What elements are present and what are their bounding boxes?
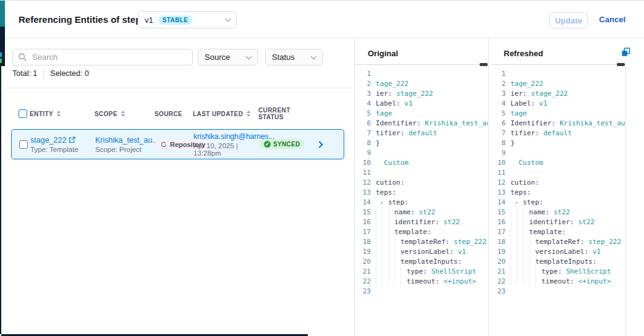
code-line: 11 bbox=[489, 167, 625, 177]
line-number: 10 bbox=[354, 159, 371, 167]
column-header-current-status: CURRENT STATUS bbox=[258, 107, 313, 120]
line-number: 4 bbox=[354, 99, 371, 107]
line-number: 10 bbox=[489, 159, 506, 167]
code-line: 1 bbox=[489, 69, 625, 78]
code-line: 7tifier: default bbox=[354, 128, 488, 138]
selected-count: Selected: 0 bbox=[50, 69, 89, 78]
updated-at: Apr 10, 2025 | 13:28pm bbox=[193, 142, 259, 157]
code-line: 9 bbox=[354, 148, 488, 158]
synced-check-icon: ✓ bbox=[264, 141, 271, 148]
code-line: 14 - step: bbox=[354, 197, 488, 207]
code-line: 6Identifier: Krishika_test_aut bbox=[489, 118, 625, 128]
source-filter-label: Source bbox=[205, 52, 230, 62]
repository-icon bbox=[161, 141, 167, 148]
cancel-button[interactable]: Cancel bbox=[599, 15, 625, 24]
divider bbox=[5, 88, 354, 88]
line-number: 18 bbox=[354, 238, 371, 246]
entity-link[interactable]: stage_222 bbox=[30, 136, 66, 145]
line-number: 2 bbox=[354, 80, 371, 88]
code-line: 10 Custom bbox=[354, 158, 488, 167]
sort-icon[interactable] bbox=[57, 111, 61, 117]
code-line: 16identifier: st22 bbox=[489, 217, 625, 227]
sort-icon[interactable] bbox=[247, 111, 250, 117]
external-link-icon[interactable] bbox=[69, 136, 75, 143]
line-number: 13 bbox=[489, 188, 506, 196]
code-line: 1 bbox=[354, 69, 488, 78]
line-number: 5 bbox=[354, 109, 371, 117]
status-filter-select[interactable]: Status bbox=[265, 49, 323, 65]
indent-guide bbox=[376, 276, 382, 286]
indent-guide bbox=[388, 266, 394, 276]
indent-guide bbox=[388, 217, 394, 227]
indent-guide bbox=[535, 276, 541, 286]
code-line: 21type: ShellScript bbox=[354, 266, 488, 276]
code-line: 12cution: bbox=[354, 177, 488, 187]
indent-guide bbox=[523, 207, 529, 217]
indent-guide bbox=[394, 237, 400, 246]
scrollbar-thumb[interactable] bbox=[480, 63, 488, 66]
code-line: 22timeout: <+input> bbox=[489, 276, 625, 286]
code-line: 7tifier: default bbox=[489, 128, 625, 138]
indent-guide bbox=[523, 217, 529, 227]
code-line: 19versionLabel: v1 bbox=[489, 246, 625, 256]
indent-guide bbox=[394, 256, 400, 266]
indent-guide bbox=[523, 266, 529, 276]
line-number: 16 bbox=[489, 218, 506, 226]
indent-guide bbox=[388, 227, 394, 237]
line-number: 6 bbox=[489, 119, 506, 127]
copy-icon[interactable] bbox=[619, 47, 632, 59]
indent-guide bbox=[382, 207, 388, 217]
chevron-down-icon bbox=[311, 53, 317, 59]
column-header-entity[interactable]: ENTITY bbox=[30, 111, 95, 117]
divider bbox=[43, 69, 44, 78]
column-header-last-updated[interactable]: LAST UPDATED bbox=[193, 111, 258, 117]
indent-guide bbox=[529, 237, 535, 246]
indent-guide bbox=[511, 246, 517, 256]
row-checkbox[interactable] bbox=[19, 140, 28, 149]
source-filter-select[interactable]: Source bbox=[198, 49, 258, 65]
indent-guide bbox=[517, 266, 523, 276]
column-header-scope[interactable]: SCOPE bbox=[95, 111, 155, 117]
indent-guide bbox=[523, 237, 529, 246]
horizontal-scrollbar[interactable] bbox=[354, 64, 488, 65]
code-line: 12cution: bbox=[489, 177, 625, 187]
table-row[interactable]: stage_222 Type: Template Krishika_test_a… bbox=[11, 129, 344, 159]
code-line: 18templateRef: step_222 bbox=[489, 237, 625, 246]
code-line: 20templateInputs: bbox=[354, 256, 488, 266]
line-number: 1 bbox=[354, 70, 371, 78]
line-number: 12 bbox=[354, 178, 371, 187]
line-number: 14 bbox=[354, 198, 371, 206]
code-line: 5tage bbox=[489, 108, 625, 118]
indent-guide bbox=[388, 276, 394, 286]
indent-guide bbox=[517, 217, 523, 227]
indent-guide bbox=[529, 276, 535, 286]
line-number: 11 bbox=[354, 169, 371, 177]
line-number: 23 bbox=[354, 287, 371, 295]
line-number: 17 bbox=[489, 228, 506, 236]
indent-guide bbox=[376, 246, 382, 256]
select-all-checkbox[interactable] bbox=[19, 109, 27, 118]
code-line: 2tage_222 bbox=[489, 78, 625, 88]
code-line: 11 bbox=[354, 167, 488, 177]
scope-link[interactable]: Krishika_test_au... bbox=[95, 136, 159, 145]
indent-guide bbox=[382, 237, 388, 246]
chevron-right-icon[interactable] bbox=[316, 141, 323, 148]
sidebar-teal-block bbox=[0, 1, 5, 27]
line-number: 15 bbox=[489, 208, 506, 216]
code-line: 8} bbox=[489, 138, 625, 148]
horizontal-scrollbar[interactable] bbox=[491, 64, 625, 65]
sort-icon[interactable] bbox=[121, 111, 125, 117]
search-input[interactable] bbox=[31, 52, 187, 62]
version-select[interactable]: v1 STABLE bbox=[138, 11, 237, 28]
update-button[interactable]: Update bbox=[549, 12, 588, 28]
code-line: 23 bbox=[489, 286, 625, 296]
line-number: 20 bbox=[354, 258, 371, 266]
indent-guide bbox=[517, 256, 523, 266]
indent-guide bbox=[511, 207, 517, 217]
indent-guide bbox=[400, 266, 407, 276]
indent-guide bbox=[376, 227, 382, 237]
scrollbar-thumb[interactable] bbox=[617, 63, 625, 66]
line-number: 21 bbox=[354, 267, 371, 275]
code-line: 19versionLabel: v1 bbox=[354, 246, 488, 256]
line-number: 16 bbox=[354, 218, 371, 226]
